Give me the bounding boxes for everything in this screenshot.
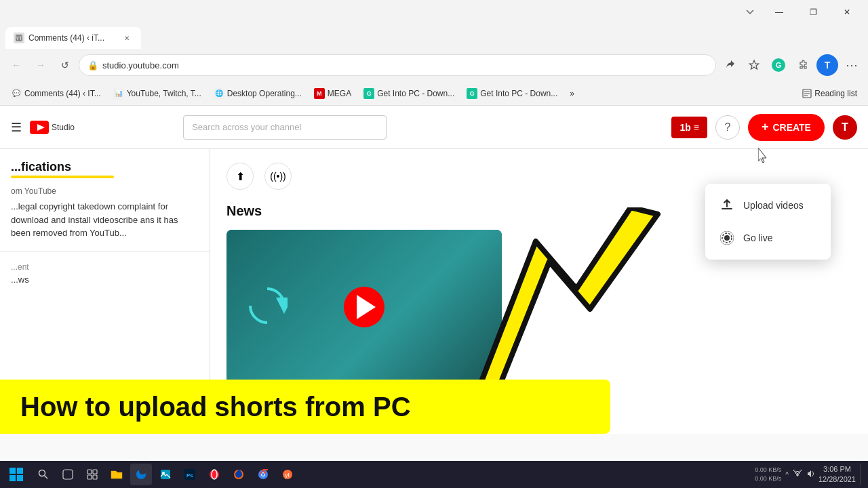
bookmark-youtube[interactable]: 📊 YouTube, Twitch, T... — [108, 84, 207, 103]
svg-rect-14 — [17, 468, 23, 474]
bookmark-label-0: Comments (44) ‹ IT... — [24, 89, 101, 98]
bookmark-favicon-5: G — [467, 88, 477, 99]
play-button[interactable] — [344, 287, 384, 327]
taskbar-file-explorer[interactable] — [106, 464, 127, 485]
taskbar-items: Ps yt — [33, 464, 755, 485]
taskbar-edge[interactable] — [130, 464, 152, 485]
bookmark-label-1: YouTube, Twitch, T... — [127, 89, 201, 98]
reading-list-button[interactable]: Reading list — [797, 86, 863, 101]
bookmarks-more[interactable]: » — [564, 84, 580, 103]
back-button[interactable]: ← — [5, 54, 27, 76]
bookmark-favicon-0: 💬 — [11, 88, 22, 99]
taskbar-photos[interactable] — [155, 464, 176, 485]
svg-point-28 — [210, 470, 219, 479]
start-button[interactable] — [5, 464, 27, 485]
taskbar-search[interactable] — [33, 464, 54, 485]
bookmark-mega[interactable]: M MEGA — [309, 84, 357, 103]
taskbar-cortana[interactable] — [57, 464, 79, 485]
svg-text:yt: yt — [285, 472, 290, 479]
taskbar-unknown[interactable]: yt — [277, 464, 298, 485]
sound-icon[interactable] — [806, 470, 814, 479]
svg-rect-19 — [63, 470, 73, 479]
taskbar-photoshop[interactable]: Ps — [179, 464, 201, 485]
sidebar-toggle-button[interactable]: ☰ — [11, 120, 22, 135]
tab-close-button[interactable]: ✕ — [121, 32, 133, 44]
topbar-menu-button[interactable]: 1b≡ — [671, 117, 707, 138]
title-bar: — ❐ ✕ — [0, 0, 868, 24]
active-tab[interactable]: YT Comments (44) ‹ iT... ✕ — [5, 27, 141, 49]
tab-strip-chevron[interactable] — [739, 0, 761, 24]
create-button[interactable]: + CREATE — [748, 114, 825, 141]
bookmark-comments[interactable]: 💬 Comments (44) ‹ IT... — [5, 84, 106, 103]
network-icon[interactable] — [793, 470, 802, 479]
favorites-button[interactable] — [743, 54, 765, 76]
refresh-button[interactable]: ↺ — [54, 54, 76, 76]
bookmark-label-5: Get Into PC - Down... — [480, 89, 557, 98]
go-live-item[interactable]: Go live — [705, 222, 831, 254]
address-bar[interactable]: 🔒 studio.youtube.com — [79, 54, 716, 76]
svg-rect-15 — [9, 475, 16, 481]
bookmark-favicon-1: 📊 — [113, 88, 124, 99]
network-speed: 0.00 KB/s 0.00 KB/s — [755, 466, 781, 483]
taskbar-task-view[interactable] — [81, 464, 103, 485]
yt-studio-logo: Studio — [30, 121, 75, 134]
help-button[interactable]: ? — [715, 115, 740, 140]
svg-text:Ps: Ps — [186, 472, 193, 479]
create-dropdown: Upload videos Go live — [705, 184, 831, 260]
close-button[interactable]: ✕ — [831, 0, 863, 24]
upload-icon-btn[interactable]: ⬆ — [226, 163, 254, 190]
bookmark-favicon-3: M — [314, 88, 325, 99]
panel-title: ...fications — [11, 160, 199, 174]
play-icon — [357, 295, 376, 319]
profile-button[interactable]: T — [816, 54, 838, 76]
restore-button[interactable]: ❐ — [797, 0, 829, 24]
svg-rect-21 — [93, 470, 97, 474]
minimize-button[interactable]: — — [764, 0, 795, 24]
search-placeholder: Search across your channel — [192, 122, 301, 132]
notification-source: om YouTube — [11, 186, 199, 196]
bookmark-desktop[interactable]: 🌐 Desktop Operating... — [208, 84, 307, 103]
bookmark-favicon-4: G — [363, 88, 374, 99]
tab-bar: YT Comments (44) ‹ iT... ✕ — [0, 24, 868, 49]
yt-studio-header: ☰ Studio Search across your channel 1b≡ … — [0, 106, 868, 149]
browser-menu-button[interactable]: ⋯ — [841, 54, 863, 76]
taskbar: Ps yt 0.00 KB/s 0.00 KB/s ^ 3:06 PM 12/2… — [0, 461, 868, 488]
show-desktop[interactable] — [860, 464, 863, 485]
bookmark-getintopc1[interactable]: G Get Into PC - Down... — [358, 84, 460, 103]
live-icon-btn[interactable]: ((•)) — [264, 163, 292, 190]
forward-button[interactable]: → — [30, 54, 52, 76]
extensions-button[interactable] — [792, 54, 814, 76]
tab-favicon: YT — [14, 33, 24, 43]
user-avatar[interactable]: T — [833, 115, 857, 140]
share-button[interactable] — [719, 54, 741, 76]
notification-text: ...legal copyright takedown complaint fo… — [11, 200, 199, 240]
show-hidden-icons[interactable]: ^ — [785, 471, 789, 479]
nav-tools: G T ⋯ — [719, 54, 863, 76]
notification-item-2: ...ent ...ws — [0, 257, 210, 290]
taskbar-opera[interactable] — [203, 464, 225, 485]
svg-line-18 — [45, 476, 48, 479]
taskbar-firefox[interactable] — [228, 464, 250, 485]
nav-bar: ← → ↺ 🔒 studio.youtube.com G T ⋯ — [0, 49, 868, 81]
bookmark-getintopc2[interactable]: G Get Into PC - Down... — [461, 84, 563, 103]
bookmark-label-3: MEGA — [328, 89, 351, 98]
create-plus-icon: + — [762, 120, 769, 134]
header-right: 1b≡ ? + CREATE T — [671, 114, 857, 141]
svg-rect-23 — [93, 475, 97, 479]
taskbar-chrome[interactable] — [252, 464, 274, 485]
bookmarks-bar: 💬 Comments (44) ‹ IT... 📊 YouTube, Twitc… — [0, 81, 868, 106]
upload-videos-item[interactable]: Upload videos — [705, 189, 831, 222]
notification-bar — [11, 176, 114, 178]
svg-point-17 — [39, 470, 45, 476]
svg-text:YT: YT — [16, 36, 22, 41]
video-thumbnail[interactable] — [226, 230, 502, 384]
tab-title: Comments (44) ‹ iT... — [28, 33, 118, 43]
grammarly-ext-button[interactable]: G — [768, 54, 789, 76]
svg-rect-22 — [87, 475, 92, 479]
create-label: CREATE — [772, 122, 811, 133]
bookmark-label-2: Desktop Operating... — [227, 89, 302, 98]
svg-rect-13 — [9, 468, 16, 474]
svg-point-33 — [262, 473, 264, 476]
clock[interactable]: 3:06 PM 12/28/2021 — [818, 464, 856, 485]
url-text: studio.youtube.com — [102, 60, 179, 70]
